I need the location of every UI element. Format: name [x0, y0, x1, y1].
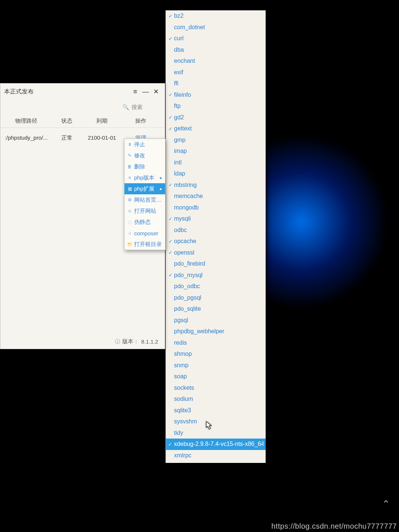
ctx-item-icon: ≡: [127, 175, 133, 180]
ext-item-gmp[interactable]: gmp: [166, 134, 266, 146]
ext-item-pdo_firebird[interactable]: pdo_firebird: [166, 258, 266, 270]
ctx-item-icon: ⚙: [127, 197, 133, 202]
check-icon: ✓: [167, 250, 173, 255]
ctx-item-icon: 📁: [127, 242, 133, 247]
ext-item-label: intl: [174, 159, 181, 166]
ext-item-pgsql[interactable]: pgsql: [166, 315, 266, 326]
ctx-item-5[interactable]: ⚙网站首页设置: [125, 194, 165, 205]
ext-item-label: xmlrpc: [174, 452, 191, 459]
ext-item-com_dotnet[interactable]: com_dotnet: [166, 22, 266, 33]
search-bar[interactable]: 🔍 搜索: [0, 100, 165, 115]
ext-item-pdo_odbc[interactable]: pdo_odbc: [166, 281, 266, 292]
ctx-item-icon: ✎: [127, 153, 133, 158]
ctx-item-icon: ⎋: [127, 208, 133, 214]
ext-item-phpdbg_webhelper[interactable]: phpdbg_webhelper: [166, 326, 266, 337]
ext-item-sodium[interactable]: sodium: [166, 393, 266, 405]
ext-item-label: xdebug-2.9.8-7.4-vc15-nts-x86_64: [174, 441, 263, 447]
ext-item-odbc[interactable]: odbc: [166, 225, 266, 236]
ext-item-sqlite3[interactable]: sqlite3: [166, 405, 266, 416]
ext-item-ldap[interactable]: ldap: [166, 168, 266, 180]
ctx-item-2[interactable]: 🗑删除: [125, 161, 165, 172]
context-menu[interactable]: ⏸停止✎修改🗑删除≡php版本▸▦php扩展▸⚙网站首页设置⎋打开网站◌伪静态♫…: [124, 139, 166, 250]
ctx-item-label: 停止: [134, 141, 162, 148]
ext-item-pdo_mysql[interactable]: ✓pdo_mysql: [166, 270, 266, 281]
ext-item-label: imap: [174, 148, 187, 154]
ctx-item-icon: ⏸: [127, 142, 133, 147]
ext-item-label: com_dotnet: [174, 24, 205, 31]
ext-item-label: shmop: [174, 351, 192, 357]
php-extensions-submenu[interactable]: ✓bz2com_dotnet✓curldbaenchantexifffi✓fil…: [166, 10, 266, 463]
menu-icon[interactable]: ≡: [130, 88, 140, 96]
ext-item-label: ftp: [174, 103, 181, 109]
ext-item-bz2[interactable]: ✓bz2: [166, 10, 266, 22]
ext-item-memcache[interactable]: memcache: [166, 191, 266, 202]
check-icon: ✓: [167, 36, 173, 41]
ext-item-label: redis: [174, 340, 187, 346]
ext-item-pdo_pgsql[interactable]: pdo_pgsql: [166, 292, 266, 304]
ext-item-gettext[interactable]: ✓gettext: [166, 123, 266, 134]
ext-item-dba[interactable]: dba: [166, 44, 266, 56]
ext-item-label: memcache: [174, 193, 203, 200]
ext-item-label: tidy: [174, 430, 183, 436]
ext-item-mysqli[interactable]: ✓mysqli: [166, 213, 266, 225]
ctx-item-1[interactable]: ✎修改: [125, 150, 165, 161]
ext-item-label: phpdbg_webhelper: [174, 328, 224, 335]
ext-item-openssl[interactable]: ✓openssl: [166, 247, 266, 259]
ext-item-label: gmp: [174, 137, 185, 143]
ext-item-label: ldap: [174, 170, 185, 177]
cell-expire: 2100-01-01: [82, 134, 122, 141]
ext-item-tidy[interactable]: tidy: [166, 427, 266, 439]
ctx-item-0[interactable]: ⏸停止: [125, 139, 165, 150]
ext-item-fileinfo[interactable]: ✓fileinfo: [166, 89, 266, 101]
ext-item-mongodb[interactable]: mongodb: [166, 202, 266, 214]
check-icon: ✓: [167, 239, 173, 244]
ext-item-mbstring[interactable]: ✓mbstring: [166, 180, 266, 191]
ext-item-xdebug-2.9.8-7.4-vc15-nts-x86_64[interactable]: ✓xdebug-2.9.8-7.4-vc15-nts-x86_64: [166, 439, 266, 450]
ctx-item-icon: ◌: [127, 219, 133, 225]
ext-item-label: odbc: [174, 227, 187, 233]
ctx-item-4[interactable]: ▦php扩展▸: [125, 183, 165, 194]
check-icon: ✓: [167, 441, 173, 447]
ext-item-opcache[interactable]: ✓opcache: [166, 236, 266, 247]
ext-item-ffi[interactable]: ffi: [166, 78, 266, 89]
ctx-item-3[interactable]: ≡php版本▸: [125, 172, 165, 183]
ext-item-imap[interactable]: imap: [166, 146, 266, 157]
check-icon: ✓: [167, 216, 173, 222]
ext-item-ftp[interactable]: ftp: [166, 100, 266, 112]
ext-item-exif[interactable]: exif: [166, 67, 266, 78]
ext-item-label: curl: [174, 35, 184, 42]
ext-item-label: pdo_firebird: [174, 260, 205, 267]
ext-item-label: sockets: [174, 385, 194, 391]
ext-item-intl[interactable]: intl: [166, 157, 266, 168]
col-expire: 到期: [82, 117, 122, 125]
ext-item-sysvshm[interactable]: sysvshm: [166, 416, 266, 427]
ext-item-xsl[interactable]: xsl: [166, 461, 266, 463]
scroll-top-chevron-icon[interactable]: ⌃: [382, 498, 390, 510]
ext-item-curl[interactable]: ✓curl: [166, 33, 266, 44]
ext-item-label: fileinfo: [174, 92, 191, 98]
ext-item-pdo_sqlite[interactable]: pdo_sqlite: [166, 303, 266, 315]
ext-item-redis[interactable]: redis: [166, 337, 266, 349]
ext-item-label: bz2: [174, 13, 184, 19]
ext-item-soap[interactable]: soap: [166, 371, 266, 382]
chevron-right-icon: ▸: [160, 186, 162, 191]
ctx-item-9[interactable]: 📁打开根目录: [125, 239, 165, 250]
ext-item-label: mongodb: [174, 204, 199, 211]
col-status: 状态: [52, 117, 82, 125]
ctx-item-7[interactable]: ◌伪静态: [125, 216, 165, 228]
close-button[interactable]: ✕: [151, 88, 161, 96]
ctx-item-label: 打开根目录: [134, 241, 162, 248]
minimize-button[interactable]: —: [140, 88, 151, 96]
ext-item-shmop[interactable]: shmop: [166, 348, 266, 360]
ext-item-sockets[interactable]: sockets: [166, 382, 266, 394]
ext-item-xmlrpc[interactable]: xmlrpc: [166, 450, 266, 461]
ext-item-label: pdo_mysql: [174, 272, 202, 279]
ctx-item-label: 网站首页设置: [134, 197, 162, 204]
ext-item-gd2[interactable]: ✓gd2: [166, 112, 266, 123]
ctx-item-6[interactable]: ⎋打开网站: [125, 205, 165, 216]
ext-item-snmp[interactable]: snmp: [166, 360, 266, 371]
ext-item-enchant[interactable]: enchant: [166, 55, 266, 67]
ctx-item-8[interactable]: ♫composer: [125, 228, 165, 239]
col-path: 物理路径: [0, 117, 52, 125]
ctx-item-label: 伪静态: [134, 219, 162, 226]
